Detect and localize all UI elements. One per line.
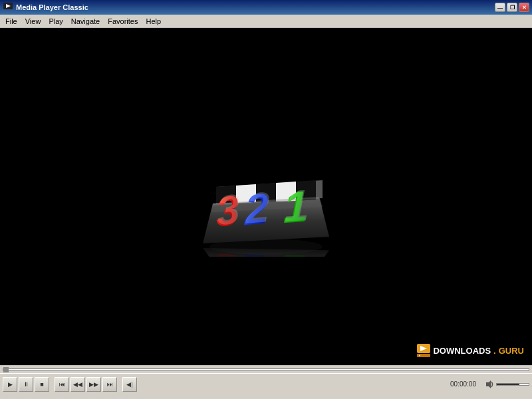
- watermark-icon: ▼: [417, 344, 430, 357]
- menu-view[interactable]: View: [21, 16, 45, 27]
- seek-track[interactable]: [3, 368, 529, 371]
- seek-thumb[interactable]: [3, 367, 9, 372]
- svg-text:2: 2: [245, 182, 269, 232]
- watermark-dot: .: [493, 346, 496, 356]
- volume-fill: [497, 384, 519, 385]
- time-display: 00:00:00: [138, 380, 481, 388]
- menu-help[interactable]: Help: [142, 16, 165, 27]
- controls-bar: ▶ ⏸ ■ ⏮ ◀◀ ▶▶ ⏭ ◀| 00:00:00: [0, 373, 532, 394]
- title-bar-left: Media Player Classic: [3, 2, 88, 13]
- pause-button[interactable]: ⏸: [19, 377, 33, 392]
- title-bar: Media Player Classic — ❐ ✕: [0, 0, 532, 15]
- next-frame-button[interactable]: ⏭: [102, 377, 117, 392]
- menu-play[interactable]: Play: [45, 16, 66, 27]
- menu-navigate[interactable]: Navigate: [67, 16, 104, 27]
- title-bar-buttons: — ❐ ✕: [495, 3, 529, 12]
- close-button[interactable]: ✕: [519, 3, 529, 12]
- watermark-downloads: DOWNLOADS: [433, 346, 491, 356]
- app-logo: 3 3 2 2 1 1 3: [193, 137, 339, 257]
- menu-favorites[interactable]: Favorites: [104, 16, 142, 27]
- app-icon: [3, 2, 13, 13]
- svg-marker-26: [486, 380, 491, 388]
- forward-button[interactable]: ▶▶: [86, 377, 101, 392]
- watermark-guru: GURU: [499, 346, 524, 356]
- window-title: Media Player Classic: [16, 3, 88, 11]
- minimize-button[interactable]: —: [495, 3, 505, 12]
- slow-button[interactable]: ◀|: [122, 377, 137, 392]
- prev-frame-button[interactable]: ⏮: [55, 377, 69, 392]
- menu-bar: File View Play Navigate Favorites Help: [0, 15, 532, 28]
- seek-bar-area[interactable]: [0, 365, 532, 373]
- play-button[interactable]: ▶: [3, 377, 17, 392]
- volume-area[interactable]: [485, 380, 529, 389]
- menu-file[interactable]: File: [1, 16, 21, 27]
- volume-track[interactable]: [496, 383, 529, 386]
- rewind-button[interactable]: ◀◀: [70, 377, 85, 392]
- volume-icon: [485, 380, 495, 389]
- svg-text:▼: ▼: [418, 354, 421, 357]
- svg-text:1: 1: [285, 180, 309, 231]
- video-area: 3 3 2 2 1 1 3: [0, 28, 532, 365]
- stop-button[interactable]: ■: [35, 377, 49, 392]
- restore-button[interactable]: ❐: [507, 3, 517, 12]
- svg-text:2: 2: [244, 251, 269, 256]
- svg-text:1: 1: [283, 251, 308, 256]
- svg-text:3: 3: [216, 185, 241, 234]
- watermark: ▼ DOWNLOADS . GURU: [412, 341, 529, 360]
